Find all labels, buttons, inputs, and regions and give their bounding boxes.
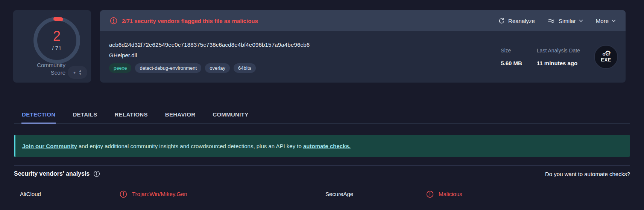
analysis-header: Security vendors' analysis Do you want t… xyxy=(14,165,630,177)
security-vendors-table: AliCloud Trojan:Win/Mikey.Gen SecureAge xyxy=(14,185,630,203)
tag-64bits[interactable]: 64bits xyxy=(234,63,256,73)
tab-relations[interactable]: RELATIONS xyxy=(114,101,148,123)
analysis-title: Security vendors' analysis xyxy=(14,170,90,177)
file-type-badge-wrap: ⚙⚙ EXE xyxy=(587,48,618,66)
vendor-name: AliCloud xyxy=(14,191,114,197)
vote-up-icon[interactable]: ▲ xyxy=(79,69,82,72)
reanalyze-icon xyxy=(498,18,505,24)
tag-overlay[interactable]: overlay xyxy=(205,63,230,73)
file-type-label: EXE xyxy=(601,57,611,63)
chevron-down-icon xyxy=(579,20,583,22)
gears-icon: ⚙⚙ xyxy=(602,51,610,57)
vendor-result: Malicious xyxy=(420,190,630,198)
join-community-banner: Join our Community and enjoy additional … xyxy=(14,135,630,157)
size-value: 5.60 MB xyxy=(501,60,522,66)
tab-details[interactable]: DETAILS xyxy=(72,101,97,123)
vote-down-icon[interactable]: ▼ xyxy=(79,73,82,75)
file-tags: peexe detect-debug-environment overlay 6… xyxy=(109,63,310,73)
last-analysis-block: Last Analysis Date 11 minutes ago xyxy=(529,48,587,66)
similar-button[interactable]: Similar xyxy=(544,15,587,27)
size-label: Size xyxy=(501,48,522,54)
file-info-section: acb6d24d32f72e62549ee0c7188375c738c6acd8… xyxy=(100,31,626,83)
file-meta: Size 5.60 MB Last Analysis Date 11 minut… xyxy=(493,48,618,66)
community-banner-text: Join our Community and enjoy additional … xyxy=(22,143,351,149)
last-analysis-label: Last Analysis Date xyxy=(537,48,580,54)
reanalyze-button[interactable]: Reanalyze xyxy=(495,15,539,27)
info-icon[interactable] xyxy=(93,170,100,177)
report-tabs: DETECTION DETAILS RELATIONS BEHAVIOR COM… xyxy=(14,101,630,124)
file-identifiers: acb6d24d32f72e62549ee0c7188375c738c6acd8… xyxy=(109,41,310,73)
community-score-label: Community Score xyxy=(37,61,65,77)
warning-icon xyxy=(426,190,434,198)
exe-file-type-badge: ⚙⚙ EXE xyxy=(594,45,618,69)
detection-result: Trojan:Win/Mikey.Gen xyxy=(132,191,187,197)
vote-arrows[interactable]: ▲ ▼ xyxy=(79,69,82,75)
detection-alert-banner: 2/71 security vendors flagged this file … xyxy=(100,10,626,31)
chevron-down-icon xyxy=(612,20,616,22)
similar-icon xyxy=(548,18,555,23)
vendor-name: SecureAge xyxy=(319,191,420,197)
tag-peexe[interactable]: peexe xyxy=(109,63,131,73)
automate-checks-link[interactable]: automate checks. xyxy=(303,143,351,149)
total-engines: / 71 xyxy=(52,45,61,51)
tab-community[interactable]: COMMUNITY xyxy=(212,101,249,123)
file-name: GHelper.dll xyxy=(109,52,310,58)
tab-detection[interactable]: DETECTION xyxy=(21,101,56,124)
automate-checks-prompt[interactable]: Do you want to automate checks? xyxy=(545,171,630,177)
join-community-link[interactable]: Join our Community xyxy=(22,143,77,149)
file-hash[interactable]: acb6d24d32f72e62549ee0c7188375c738c6acd8… xyxy=(109,41,310,48)
more-button[interactable]: More xyxy=(592,15,620,27)
banner-actions: Reanalyze Similar More xyxy=(495,15,620,27)
file-summary-card: 2/71 security vendors flagged this file … xyxy=(100,10,626,83)
tab-behavior[interactable]: BEHAVIOR xyxy=(165,101,196,123)
alert-message: 2/71 security vendors flagged this file … xyxy=(122,18,258,24)
last-analysis-value: 11 minutes ago xyxy=(537,60,580,66)
vote-dot-icon: ● xyxy=(73,71,76,75)
malicious-count: 2 xyxy=(53,29,61,43)
gauge-text: 2 / 71 xyxy=(33,16,81,64)
warning-icon xyxy=(110,17,117,25)
community-score-card: 2 / 71 Community Score ● ▲ ▼ xyxy=(13,10,91,83)
file-size-block: Size 5.60 MB xyxy=(493,48,529,66)
warning-icon xyxy=(120,190,127,198)
detection-score-gauge: 2 / 71 xyxy=(33,16,81,64)
table-row: AliCloud Trojan:Win/Mikey.Gen SecureAge xyxy=(14,185,630,203)
tag-detect-debug-environment[interactable]: detect-debug-environment xyxy=(135,63,201,73)
vendor-result: Trojan:Win/Mikey.Gen xyxy=(114,190,319,198)
top-row: 2 / 71 Community Score ● ▲ ▼ xyxy=(0,0,644,83)
detection-result: Malicious xyxy=(439,191,462,197)
community-vote-widget[interactable]: ● ▲ ▼ xyxy=(68,66,87,79)
